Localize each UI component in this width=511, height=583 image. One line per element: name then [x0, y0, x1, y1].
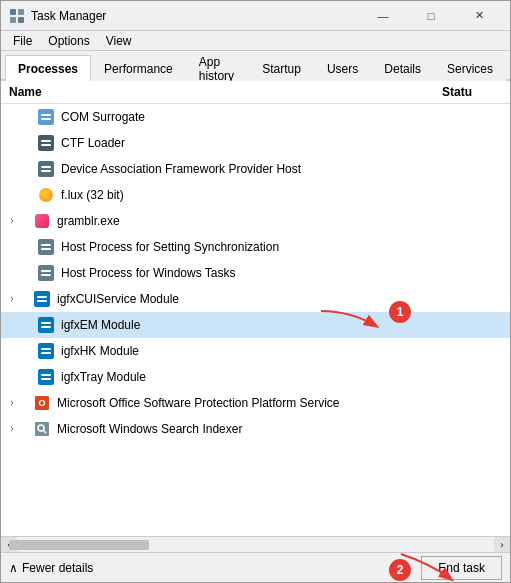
table-row[interactable]: igfxEM Module — [1, 312, 510, 338]
process-icon — [33, 212, 51, 230]
tab-startup[interactable]: Startup — [249, 55, 314, 81]
table-row[interactable]: › Microsoft Windows Search Indexer — [1, 416, 510, 442]
maximize-button[interactable]: □ — [408, 1, 454, 31]
process-icon — [37, 264, 55, 282]
process-name: Device Association Framework Provider Ho… — [61, 162, 506, 176]
process-name: Host Process for Setting Synchronization — [61, 240, 506, 254]
svg-text:O: O — [38, 398, 45, 408]
window-controls: — □ ✕ — [360, 1, 502, 31]
process-name: f.lux (32 bit) — [61, 188, 506, 202]
menu-options[interactable]: Options — [40, 32, 97, 50]
tab-services[interactable]: Services — [434, 55, 506, 81]
process-icon — [37, 342, 55, 360]
ms-office-icon: O — [35, 396, 49, 410]
window: Task Manager — □ ✕ File Options View ∧ P… — [0, 0, 511, 583]
expand-arrow[interactable]: › — [5, 397, 19, 408]
process-icon — [37, 238, 55, 256]
process-name: igfxTray Module — [61, 370, 506, 384]
column-name-header: Name — [9, 85, 442, 99]
expand-arrow[interactable]: › — [5, 215, 19, 226]
table-row[interactable]: Host Process for Windows Tasks — [1, 260, 510, 286]
process-icon: O — [33, 394, 51, 412]
fewer-details-label: Fewer details — [22, 561, 93, 575]
tab-details[interactable]: Details — [371, 55, 434, 81]
process-name: gramblr.exe — [57, 214, 506, 228]
tab-app-history[interactable]: App history — [186, 55, 250, 81]
process-name: CTF Loader — [61, 136, 506, 150]
svg-rect-1 — [18, 9, 24, 15]
ctf-icon — [38, 135, 54, 151]
app-icon — [9, 8, 25, 24]
table-row[interactable]: igfxTray Module — [1, 364, 510, 390]
process-icon — [37, 160, 55, 178]
minimize-button[interactable]: — — [360, 1, 406, 31]
process-list[interactable]: COM Surrogate CTF Loader Device Associat… — [1, 104, 510, 536]
horizontal-scrollbar[interactable]: ‹ › — [1, 536, 510, 552]
table-header: Name Statu — [1, 81, 510, 104]
footer: ∧ Fewer details End task — [1, 552, 510, 582]
process-icon — [37, 108, 55, 126]
table-row[interactable]: › gramblr.exe — [1, 208, 510, 234]
host-icon — [38, 239, 54, 255]
title-bar: Task Manager — □ ✕ — [1, 1, 510, 31]
process-name: igfxCUIService Module — [57, 292, 506, 306]
tab-performance[interactable]: Performance — [91, 55, 186, 81]
process-name: igfxHK Module — [61, 344, 506, 358]
gramblr-icon — [35, 214, 49, 228]
svg-rect-3 — [18, 17, 24, 23]
scroll-thumb[interactable] — [9, 540, 149, 550]
device-icon — [38, 161, 54, 177]
expand-arrow[interactable]: › — [5, 293, 19, 304]
fewer-details-button[interactable]: ∧ Fewer details — [9, 561, 93, 575]
table-row[interactable]: Host Process for Setting Synchronization — [1, 234, 510, 260]
process-icon — [37, 368, 55, 386]
column-status-header: Statu — [442, 85, 502, 99]
ms-search-icon — [35, 422, 49, 436]
expand-arrow[interactable]: › — [5, 423, 19, 434]
window-title: Task Manager — [31, 9, 360, 23]
process-name: COM Surrogate — [61, 110, 506, 124]
process-name: Microsoft Windows Search Indexer — [57, 422, 506, 436]
flux-icon — [39, 188, 53, 202]
close-button[interactable]: ✕ — [456, 1, 502, 31]
tab-bar: ∧ Processes Performance App history Star… — [1, 51, 510, 81]
menu-bar: File Options View — [1, 31, 510, 51]
table-row[interactable]: › O Microsoft Office Software Protection… — [1, 390, 510, 416]
main-content: Name Statu COM Surrogate CTF Lo — [1, 81, 510, 552]
table-row[interactable]: CTF Loader — [1, 130, 510, 156]
process-icon — [37, 134, 55, 152]
menu-view[interactable]: View — [98, 32, 140, 50]
process-icon — [37, 316, 55, 334]
table-row[interactable]: igfxHK Module — [1, 338, 510, 364]
igfxhk-icon — [38, 343, 54, 359]
svg-rect-0 — [10, 9, 16, 15]
table-row[interactable]: Device Association Framework Provider Ho… — [1, 156, 510, 182]
menu-file[interactable]: File — [5, 32, 40, 50]
tab-users[interactable]: Users — [314, 55, 371, 81]
process-name: igfxEM Module — [61, 318, 506, 332]
table-row[interactable]: › igfxCUIService Module — [1, 286, 510, 312]
end-task-button[interactable]: End task — [421, 556, 502, 580]
process-icon — [37, 186, 55, 204]
tab-processes[interactable]: Processes — [5, 55, 91, 81]
host2-icon — [38, 265, 54, 281]
scroll-right-button[interactable]: › — [494, 537, 510, 553]
igfxtray-icon — [38, 369, 54, 385]
process-name: Host Process for Windows Tasks — [61, 266, 506, 280]
process-icon — [33, 290, 51, 308]
process-icon — [33, 420, 51, 438]
svg-rect-6 — [35, 422, 49, 436]
igfxcui-icon — [34, 291, 50, 307]
default-icon — [38, 109, 54, 125]
svg-rect-2 — [10, 17, 16, 23]
igfxem-icon — [38, 317, 54, 333]
process-name: Microsoft Office Software Protection Pla… — [57, 396, 506, 410]
table-row[interactable]: f.lux (32 bit) — [1, 182, 510, 208]
table-row[interactable]: COM Surrogate — [1, 104, 510, 130]
fewer-details-icon: ∧ — [9, 561, 18, 575]
